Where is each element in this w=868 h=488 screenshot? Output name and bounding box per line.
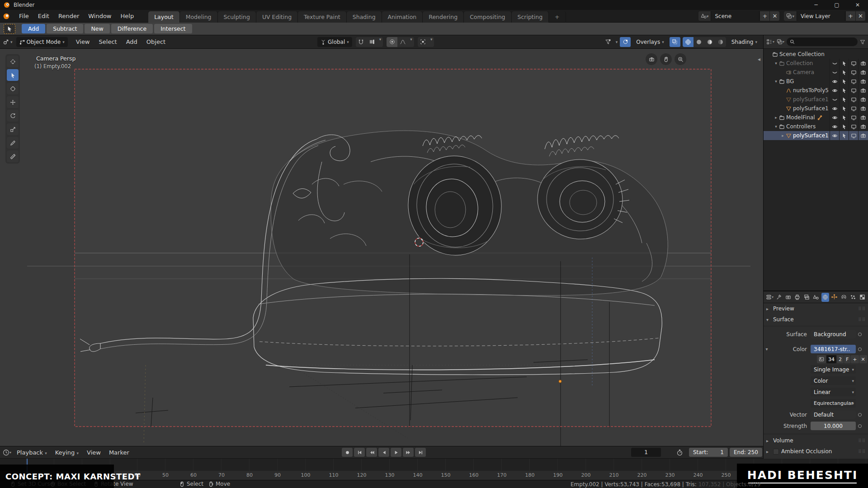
camera-view-nav-button[interactable] <box>646 53 657 65</box>
timeline-menu-keying[interactable]: Keying ▾ <box>52 449 82 456</box>
viewport-menu-select[interactable]: Select <box>94 38 122 45</box>
timeline-editor-icon[interactable]: ▾ <box>3 449 11 456</box>
timeline-menu-playback[interactable]: Playback ▾ <box>13 449 51 456</box>
snap-controls[interactable]: ▾ <box>356 37 383 47</box>
selectability-toggle[interactable] <box>839 86 849 95</box>
auto-keying-stopwatch-icon[interactable] <box>676 449 683 456</box>
image-users-count-2[interactable]: 2 <box>837 355 844 363</box>
delete-scene-button[interactable]: ✕ <box>769 11 779 21</box>
render-visibility-toggle[interactable] <box>858 86 868 95</box>
tab-scripting[interactable]: Scripting <box>512 11 549 23</box>
expander-icon[interactable]: ▾ <box>773 124 779 129</box>
outliner-row-collection[interactable]: ▾Collection <box>764 59 868 68</box>
frame-start-field[interactable]: Start:1 <box>689 448 728 457</box>
play-button[interactable] <box>391 448 401 457</box>
surface-type-button[interactable]: Background <box>811 330 856 338</box>
properties-editor-icon[interactable]: ▾ <box>766 294 774 300</box>
viewport-visibility-toggle[interactable] <box>849 77 858 86</box>
fake-user-button[interactable]: F <box>844 355 850 363</box>
falloff-curve-icon[interactable] <box>397 37 408 47</box>
menu-window[interactable]: Window <box>84 11 116 21</box>
selectability-toggle[interactable] <box>839 95 849 104</box>
shading-dropdown[interactable]: Shading ▾ <box>728 37 760 47</box>
menu-edit[interactable]: Edit <box>33 11 54 21</box>
panel-ambient-occlusion[interactable]: ▸ Ambient Occlusion⠿⠿ <box>764 446 868 457</box>
xray-toggle[interactable] <box>670 37 680 47</box>
render-visibility-toggle[interactable] <box>858 104 868 113</box>
panel-surface[interactable]: ▾Surface⠿⠿ <box>764 314 868 325</box>
current-frame-field[interactable]: 1 <box>631 448 661 457</box>
hide-toggle[interactable] <box>830 131 839 140</box>
viewport-visibility-toggle[interactable] <box>849 104 858 113</box>
properties-tab-particles[interactable] <box>849 293 857 302</box>
blender-menu-icon[interactable] <box>3 13 10 20</box>
render-visibility-toggle[interactable] <box>858 77 868 86</box>
tab-texture-paint[interactable]: Texture Paint <box>298 11 347 23</box>
maximize-button[interactable]: ▢ <box>826 0 847 10</box>
jump-to-end-button[interactable] <box>415 448 426 457</box>
projection-dropdown[interactable]: Equirectangular▾ <box>811 399 856 408</box>
scene-icon[interactable]: ▾ <box>698 11 711 21</box>
expander-icon[interactable]: ▸ <box>780 133 786 138</box>
hide-toggle[interactable] <box>830 77 839 86</box>
image-icon[interactable] <box>817 355 826 363</box>
view-layer-selector[interactable]: ▾ View Layer + ✕ <box>784 11 865 21</box>
transform-tool-button[interactable] <box>7 83 19 94</box>
expander-icon[interactable]: ▾ <box>773 79 779 84</box>
hide-toggle[interactable] <box>830 59 839 68</box>
render-visibility-toggle[interactable] <box>858 59 868 68</box>
view-layer-icon[interactable]: ▾ <box>784 11 797 21</box>
pivot-point-controls[interactable]: ▾ <box>418 37 434 47</box>
sidebar-toggle-arrow[interactable]: ◂ <box>758 56 760 62</box>
rotate-tool-button[interactable] <box>7 110 19 122</box>
hide-toggle[interactable] <box>830 86 839 95</box>
properties-tab-object[interactable] <box>830 293 839 302</box>
new-scene-button[interactable]: + <box>760 11 769 21</box>
image-users-count[interactable]: 34 <box>826 355 836 363</box>
tab-sculpting[interactable]: Sculpting <box>218 11 256 23</box>
strength-slider[interactable]: 10.000 <box>811 422 856 430</box>
new-button[interactable]: New <box>85 24 109 33</box>
timeline-menu-marker[interactable]: Marker <box>105 449 133 456</box>
pan-hand-nav-button[interactable] <box>660 53 672 65</box>
solid-shading-button[interactable] <box>693 37 704 47</box>
timeline-menu-view[interactable]: View <box>83 449 104 456</box>
viewport-menu-view[interactable]: View <box>71 38 94 45</box>
hide-toggle[interactable] <box>830 95 839 104</box>
selectability-toggle[interactable] <box>839 59 849 68</box>
minimize-button[interactable]: ─ <box>806 0 826 10</box>
3d-viewport[interactable]: Camera Persp (1) Empty.002 ◂ <box>0 49 763 446</box>
outliner-row-polysurface1[interactable]: polySurface1 <box>764 95 868 104</box>
properties-tab-output[interactable] <box>793 293 802 302</box>
material-shading-button[interactable] <box>704 37 715 47</box>
show-gizmo-toggle[interactable] <box>620 37 631 47</box>
selectability-filter-icon[interactable] <box>603 37 613 47</box>
ambient-occlusion-checkbox[interactable] <box>773 449 779 455</box>
scale-tool-button[interactable] <box>7 123 19 135</box>
outliner-display-mode-icon[interactable]: ▾ <box>777 39 784 45</box>
vector-button[interactable]: Default <box>811 410 856 419</box>
overlays-dropdown[interactable]: Overlays ▾ <box>633 37 667 47</box>
outliner-row-scene-collection[interactable]: Scene Collection <box>764 50 868 59</box>
cursor-tool-button[interactable] <box>7 56 19 67</box>
measure-tool-button[interactable] <box>7 150 19 162</box>
unlink-image-button[interactable]: ✕ <box>859 355 867 363</box>
expander-icon[interactable]: ▸ <box>773 115 779 120</box>
active-tool-select-icon[interactable] <box>4 24 15 34</box>
viewport-visibility-toggle[interactable] <box>849 59 858 68</box>
select-box-tool-button[interactable] <box>7 69 19 81</box>
properties-tab-render[interactable] <box>784 293 793 302</box>
frame-end-field[interactable]: End:250 <box>730 448 762 457</box>
selectability-toggle[interactable] <box>839 104 849 113</box>
intersect-button[interactable]: Intersect <box>154 24 192 33</box>
tab-animation[interactable]: Animation <box>382 11 423 23</box>
subtract-button[interactable]: Subtract <box>47 24 83 33</box>
properties-tab-world[interactable] <box>821 293 830 302</box>
expander-icon[interactable]: ▾ <box>773 61 779 66</box>
color-image-button[interactable]: 3481617-str.. <box>811 345 856 353</box>
record-button[interactable] <box>342 448 353 457</box>
panel-preview[interactable]: ▸Preview⠿⠿ <box>764 303 868 314</box>
outliner-row-nurbstopoly5[interactable]: nurbsToPoly5 <box>764 86 868 95</box>
viewport-visibility-toggle[interactable] <box>849 122 858 131</box>
difference-button[interactable]: Difference <box>111 24 153 33</box>
